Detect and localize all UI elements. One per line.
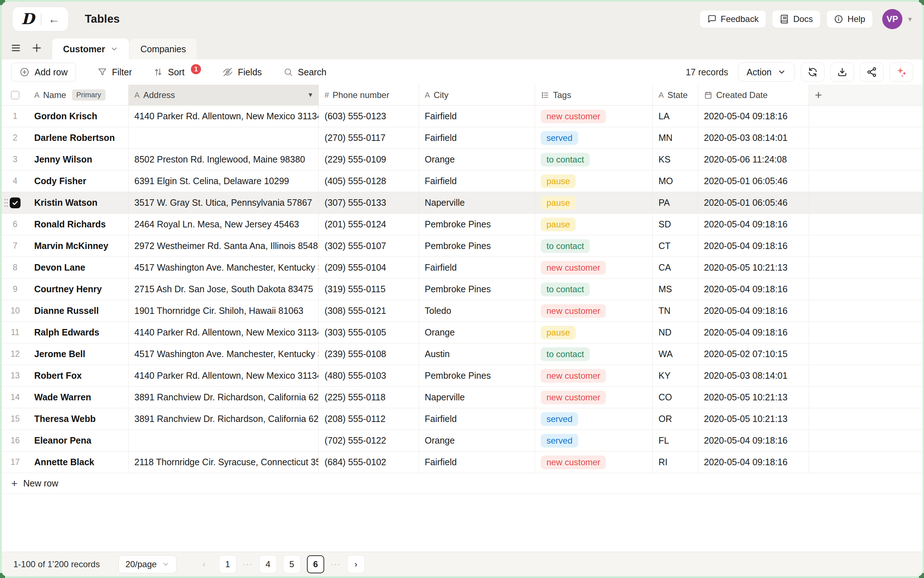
row-handle-cell[interactable]: 13 — [2, 365, 28, 386]
column-header-created-date[interactable]: Created Date — [698, 85, 809, 105]
cell-created-date[interactable]: 2020-05-04 09:18:16 — [698, 106, 809, 127]
select-all-checkbox[interactable] — [11, 91, 19, 99]
cell-empty[interactable] — [809, 106, 922, 127]
cell-tags[interactable]: pause — [535, 170, 653, 192]
cell-tags[interactable]: to contact — [535, 235, 653, 257]
tab-customer[interactable]: Customer — [52, 39, 129, 60]
cell-name[interactable]: Kristin Watson — [28, 192, 129, 213]
cell-created-date[interactable]: 2020-05-02 07:10:15 — [698, 343, 809, 365]
cell-empty[interactable] — [809, 214, 922, 235]
table-row[interactable]: 15Theresa Webb3891 Ranchview Dr. Richard… — [2, 408, 922, 430]
cell-address[interactable] — [129, 127, 319, 148]
cell-city[interactable]: Fairfield — [419, 127, 535, 148]
cell-city[interactable]: Naperville — [419, 192, 535, 213]
cell-phone[interactable]: (208) 555-0112 — [319, 408, 419, 430]
cell-city[interactable]: Pembroke Pines — [419, 365, 535, 386]
row-handle-cell[interactable]: 1 — [2, 106, 28, 127]
cell-name[interactable]: Darlene Robertson — [28, 127, 129, 148]
cell-created-date[interactable]: 2020-05-04 09:18:16 — [698, 451, 809, 473]
cell-tags[interactable]: pause — [535, 214, 653, 235]
cell-name[interactable]: Dianne Russell — [28, 300, 129, 321]
table-row[interactable]: 1Gordon Krisch4140 Parker Rd. Allentown,… — [2, 106, 922, 127]
download-button[interactable] — [830, 62, 854, 82]
avatar-caret-icon[interactable]: ▾ — [908, 15, 912, 23]
cell-address[interactable]: 3517 W. Gray St. Utica, Pennsylvania 578… — [129, 192, 319, 213]
cell-empty[interactable] — [809, 408, 922, 430]
cell-state[interactable]: MO — [653, 170, 698, 192]
cell-phone[interactable]: (201) 555-0124 — [319, 214, 419, 235]
cell-created-date[interactable]: 2020-05-03 08:14:01 — [698, 127, 809, 148]
cell-name[interactable]: Ralph Edwards — [28, 322, 129, 343]
cell-empty[interactable] — [809, 365, 922, 386]
add-column-button[interactable]: + — [809, 85, 922, 105]
cell-state[interactable]: SD — [653, 214, 698, 235]
sort-button[interactable]: Sort 1 — [154, 67, 201, 78]
column-header-address[interactable]: A Address ▼ — [129, 85, 319, 105]
cell-city[interactable]: Orange — [419, 149, 535, 170]
table-row[interactable]: 17Annette Black2118 Thornridge Cir. Syra… — [2, 451, 922, 473]
cell-created-date[interactable]: 2020-05-03 08:14:01 — [698, 365, 809, 386]
cell-created-date[interactable]: 2020-05-05 10:21:13 — [698, 386, 809, 408]
cell-tags[interactable]: new customer — [535, 365, 653, 386]
row-handle-cell[interactable]: 16 — [2, 430, 28, 451]
cell-address[interactable]: 1901 Thornridge Cir. Shiloh, Hawaii 8106… — [129, 300, 319, 321]
fields-button[interactable]: Fields — [223, 67, 262, 78]
cell-empty[interactable] — [809, 322, 922, 343]
table-row[interactable]: 11Ralph Edwards4140 Parker Rd. Allentown… — [2, 322, 922, 343]
table-row[interactable]: 4Cody Fisher6391 Elgin St. Celina, Delaw… — [2, 170, 922, 192]
cell-created-date[interactable]: 2020-05-04 09:18:16 — [698, 214, 809, 235]
cell-address[interactable]: 6391 Elgin St. Celina, Delaware 10299 — [129, 170, 319, 192]
page-size-select[interactable]: 20/page — [118, 555, 177, 573]
cell-state[interactable]: KS — [653, 149, 698, 170]
cell-name[interactable]: Wade Warren — [28, 386, 129, 408]
row-handle-cell[interactable]: 15 — [2, 408, 28, 430]
table-row[interactable]: 8Devon Lane4517 Washington Ave. Manchest… — [2, 257, 922, 279]
cell-city[interactable]: Pembroke Pines — [419, 214, 535, 235]
cell-created-date[interactable]: 2020-05-05 10:21:13 — [698, 408, 809, 430]
row-handle-cell[interactable]: 3 — [2, 149, 28, 170]
cell-name[interactable]: Robert Fox — [28, 365, 129, 386]
cell-created-date[interactable]: 2020-05-04 09:18:16 — [698, 300, 809, 321]
back-arrow-icon[interactable]: ← — [48, 13, 60, 25]
cell-created-date[interactable]: 2020-05-05 10:21:13 — [698, 257, 809, 278]
cell-tags[interactable]: to contact — [535, 279, 653, 300]
cell-phone[interactable]: (480) 555-0103 — [319, 365, 419, 386]
sort-direction-icon[interactable]: ▼ — [307, 91, 313, 99]
cell-empty[interactable] — [809, 235, 922, 257]
drag-handle-icon[interactable] — [4, 198, 8, 208]
row-handle-cell[interactable]: 14 — [2, 386, 28, 408]
cell-created-date[interactable]: 2020-05-06 11:24:08 — [698, 149, 809, 170]
row-handle-cell[interactable]: 9 — [2, 279, 28, 300]
cell-created-date[interactable]: 2020-05-04 09:18:16 — [698, 235, 809, 257]
row-checkbox-checked[interactable] — [10, 198, 21, 208]
cell-state[interactable]: CT — [653, 235, 698, 257]
cell-tags[interactable]: pause — [535, 322, 653, 343]
add-table-icon[interactable] — [31, 42, 42, 54]
cell-name[interactable]: Devon Lane — [28, 257, 129, 278]
cell-name[interactable]: Cody Fisher — [28, 170, 129, 192]
cell-name[interactable]: Theresa Webb — [28, 408, 129, 430]
column-header-name[interactable]: A Name Primary — [28, 85, 129, 105]
cell-empty[interactable] — [809, 300, 922, 321]
cell-name[interactable]: Jerome Bell — [28, 343, 129, 365]
cell-address[interactable]: 4517 Washington Ave. Manchester, Kentuck… — [129, 257, 319, 278]
cell-city[interactable]: Naperville — [419, 386, 535, 408]
cell-address[interactable]: 2464 Royal Ln. Mesa, New Jersey 45463 — [129, 214, 319, 235]
cell-phone[interactable]: (270) 555-0117 — [319, 127, 419, 148]
cell-phone[interactable]: (603) 555-0123 — [319, 106, 419, 127]
next-page-button[interactable]: › — [347, 555, 365, 573]
cell-name[interactable]: Jenny Wilson — [28, 149, 129, 170]
table-row[interactable]: 14Wade Warren3891 Ranchview Dr. Richards… — [2, 386, 922, 408]
cell-phone[interactable]: (307) 555-0133 — [319, 192, 419, 213]
cell-state[interactable]: PA — [653, 192, 698, 213]
cell-empty[interactable] — [809, 451, 922, 473]
cell-city[interactable]: Pembroke Pines — [419, 235, 535, 257]
cell-phone[interactable]: (209) 555-0104 — [319, 257, 419, 278]
row-handle-cell[interactable]: 10 — [2, 300, 28, 321]
filter-button[interactable]: Filter — [97, 67, 132, 78]
cell-created-date[interactable]: 2020-05-04 09:18:16 — [698, 279, 809, 300]
cell-state[interactable]: LA — [653, 106, 698, 127]
share-button[interactable] — [860, 62, 883, 82]
cell-state[interactable]: CA — [653, 257, 698, 278]
cell-tags[interactable]: new customer — [535, 386, 653, 408]
